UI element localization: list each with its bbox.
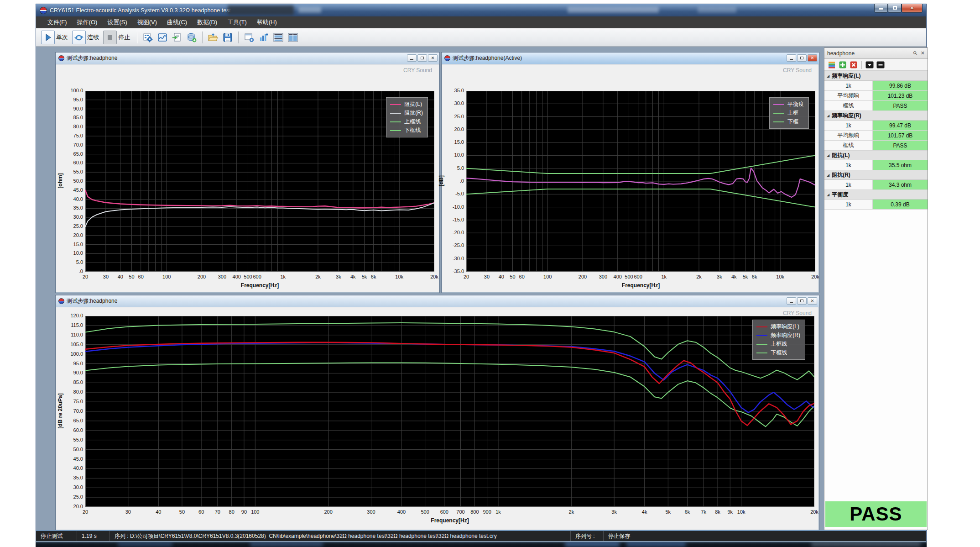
y-tick-label: -20.0 xyxy=(443,230,464,235)
open-file-button[interactable] xyxy=(206,31,220,44)
legend-label: 上框 xyxy=(787,109,798,117)
save-file-button[interactable] xyxy=(221,31,235,44)
legend-label: 阻抗(R) xyxy=(404,109,423,117)
result-row[interactable]: 1k35.5 ohm xyxy=(824,160,928,170)
close-button[interactable]: ✕ xyxy=(902,4,923,13)
x-tick-label: 100 xyxy=(162,274,171,279)
result-row[interactable]: 1k34.3 ohm xyxy=(824,180,928,190)
watermark-text: CRY Sound xyxy=(783,67,812,74)
chart-restore-button[interactable] xyxy=(417,54,427,62)
result-row[interactable]: 平均频响101.57 dB xyxy=(824,131,928,141)
windows-taskbar[interactable] xyxy=(36,542,927,547)
mdi-client-area: 测试步骤:headphone✕CRY Sound阻抗(L)阻抗(R)上框线下框线… xyxy=(36,47,926,530)
chart-window-titlebar[interactable]: 测试步骤:headphone✕ xyxy=(56,295,819,307)
result-row[interactable]: 框线PASS xyxy=(824,141,928,151)
y-tick-label: 105.0 xyxy=(62,342,83,347)
minimize-button[interactable] xyxy=(874,4,888,13)
y-tick-label: 40.0 xyxy=(62,196,83,202)
legend-entry: 上框 xyxy=(773,109,804,117)
add-button[interactable] xyxy=(838,60,847,69)
result-group-header[interactable]: ◢频率响应(L) xyxy=(824,71,928,81)
result-row[interactable]: 1k0.39 dB xyxy=(824,200,928,210)
collapse-triangle-icon: ◢ xyxy=(827,193,829,197)
result-row[interactable]: 平均频响101.23 dB xyxy=(824,91,928,101)
menu-item-2[interactable]: 设置(S) xyxy=(102,16,132,28)
menu-item-3[interactable]: 视图(V) xyxy=(132,16,162,28)
collapse-minus-icon xyxy=(876,61,885,68)
result-group-header[interactable]: ◢平衡度 xyxy=(824,190,928,200)
y-tick-label: 75.0 xyxy=(62,133,83,138)
new-chart-button[interactable] xyxy=(257,31,271,44)
menu-item-4[interactable]: 曲线(C) xyxy=(162,16,192,28)
save-icon xyxy=(223,32,233,42)
result-row[interactable]: 1k99.86 dB xyxy=(824,81,928,91)
status-section-1: 1.19 s xyxy=(77,531,110,541)
curve-display-button[interactable] xyxy=(156,31,169,44)
chart-window-titlebar[interactable]: 测试步骤:headphone✕ xyxy=(56,53,439,64)
x-tick-label: 300 xyxy=(367,509,375,515)
delete-button[interactable] xyxy=(849,60,858,69)
y-tick-label: 5.0 xyxy=(443,165,464,171)
sidebar-close-icon[interactable]: ✕ xyxy=(921,50,925,56)
collapse-minus-button[interactable] xyxy=(876,60,885,69)
x-tick-label: 30 xyxy=(125,509,131,515)
chart-minimize-button[interactable] xyxy=(407,54,417,62)
legend-entry: 频率响应(R) xyxy=(756,331,800,340)
report-export-button[interactable] xyxy=(170,31,184,44)
x-tick-label: 20k xyxy=(811,274,819,279)
menu-item-7[interactable]: 帮助(H) xyxy=(252,16,282,28)
sidebar-header[interactable]: headphone⚲✕ xyxy=(824,48,928,59)
result-row[interactable]: 框线PASS xyxy=(824,101,928,111)
maximize-button[interactable] xyxy=(888,4,902,13)
chart-window-freq-response: 测试步骤:headphone✕CRY Sound频率响应(L)频率响应(R)上框… xyxy=(55,295,819,531)
layout-horizontal-button[interactable] xyxy=(271,31,285,44)
menu-item-1[interactable]: 操作(O) xyxy=(72,16,103,28)
chart-window-titlebar[interactable]: 测试步骤:headphone(Active)✕ xyxy=(442,53,819,64)
test-settings-button[interactable] xyxy=(141,31,155,44)
menu-item-5[interactable]: 数据(D) xyxy=(192,16,222,28)
chart-restore-button[interactable] xyxy=(797,54,807,62)
blurred-overlay xyxy=(568,7,659,13)
x-tick-label: 1k xyxy=(661,274,667,279)
result-group-header[interactable]: ◢阻抗(R) xyxy=(824,170,928,180)
legend-entry: 下框 xyxy=(773,117,804,126)
result-value: 34.3 ohm xyxy=(873,180,928,189)
y-tick-label: 100.0 xyxy=(62,88,83,93)
layout-vertical-button[interactable] xyxy=(286,31,300,44)
chart-minimize-button[interactable] xyxy=(787,297,796,305)
series-频率响应(L) xyxy=(85,342,814,426)
stop-button[interactable] xyxy=(103,31,117,44)
pin-icon[interactable]: ⚲ xyxy=(912,50,918,57)
x-tick-label: 50 xyxy=(179,509,185,515)
y-tick-label: 70.0 xyxy=(62,408,83,414)
x-tick-label: 20 xyxy=(83,274,88,279)
result-group-header[interactable]: ◢阻抗(L) xyxy=(824,151,928,160)
chart-minimize-button[interactable] xyxy=(787,54,796,62)
result-row[interactable]: 1k99.47 dB xyxy=(824,121,928,131)
chart-close-button[interactable]: ✕ xyxy=(428,54,438,62)
menu-item-0[interactable]: 文件(F) xyxy=(42,16,72,28)
run-continuous-button[interactable] xyxy=(72,31,86,44)
database-button[interactable] xyxy=(185,31,198,44)
y-tick-label: 25.0 xyxy=(62,223,83,229)
y-axis-title: [dB] xyxy=(438,156,444,206)
series-平衡度 xyxy=(466,168,815,197)
window-titlebar[interactable]: CRY6151 Electro-acoustic Analysis System… xyxy=(36,4,926,16)
menu-item-6[interactable]: 工具(T) xyxy=(222,16,252,28)
chart-close-button[interactable]: ✕ xyxy=(808,297,817,305)
y-tick-label: 110.0 xyxy=(62,332,83,337)
legend-swatch xyxy=(773,113,784,114)
layers-button[interactable] xyxy=(827,60,836,69)
collapse-down-button[interactable] xyxy=(865,60,874,69)
new-window-button[interactable] xyxy=(242,31,256,44)
chart-close-button[interactable]: ✕ xyxy=(808,54,817,62)
toolbar-separator xyxy=(202,32,203,43)
legend-entry: 平衡度 xyxy=(773,100,804,109)
chart-restore-button[interactable] xyxy=(797,297,807,305)
result-group-header[interactable]: ◢频率响应(R) xyxy=(824,111,928,121)
result-label: 框线 xyxy=(824,101,873,110)
run-single-button[interactable] xyxy=(41,31,55,44)
legend-swatch xyxy=(390,130,401,131)
x-tick-label: 5k xyxy=(362,274,367,279)
y-tick-label: -10.0 xyxy=(443,204,464,210)
